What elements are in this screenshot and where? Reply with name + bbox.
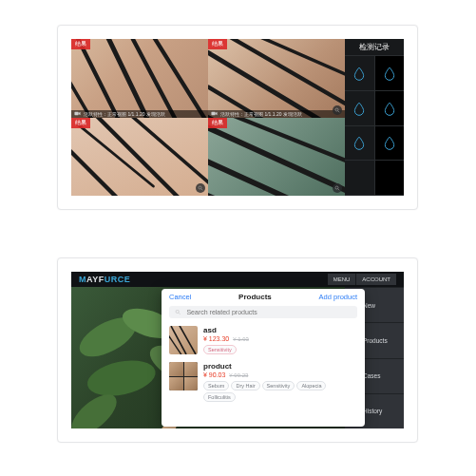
tag[interactable]: Sensitivity bbox=[203, 345, 237, 354]
tile-badge: 结果 bbox=[208, 39, 227, 49]
brand-m: M bbox=[79, 275, 86, 284]
cancel-button[interactable]: Cancel bbox=[169, 293, 191, 301]
hair-strands bbox=[71, 118, 208, 197]
price-old: ¥ 99.23 bbox=[229, 372, 248, 378]
svg-rect-6 bbox=[74, 112, 78, 115]
sidebar-title: 检测记录 bbox=[345, 39, 404, 56]
tool-slot-7[interactable] bbox=[345, 161, 375, 196]
scalp-quad-grid: 结果 活跃特性：正常视图 1/1.1.20 发现活跃 bbox=[71, 39, 345, 196]
price-old: ¥ 1.93 bbox=[233, 336, 249, 342]
svg-line-46 bbox=[179, 313, 181, 314]
tile-caption: 活跃特性：正常视图 1/1.1.20 发现活跃 bbox=[220, 111, 302, 117]
rail-label: Products bbox=[363, 337, 388, 344]
tool-droplet-6[interactable] bbox=[375, 126, 405, 162]
brand-logo: MAYFURCE bbox=[79, 275, 130, 284]
product-tags: Sebum Dry Hair Sensitivity Alopecia Foll… bbox=[203, 381, 357, 402]
tag[interactable]: Alopecia bbox=[296, 381, 326, 390]
tool-droplet-4[interactable] bbox=[375, 91, 405, 126]
rail-label: Cases bbox=[363, 372, 380, 379]
tag[interactable]: Sensitivity bbox=[262, 381, 295, 390]
zoom-button[interactable] bbox=[333, 183, 342, 193]
hair-strands bbox=[71, 39, 208, 118]
product-thumbnail bbox=[169, 362, 198, 390]
scalp-app: 结果 活跃特性：正常视图 1/1.1.20 发现活跃 bbox=[71, 39, 404, 196]
tag[interactable]: Dry Hair bbox=[231, 381, 259, 390]
mayfurce-app: MAYFURCE MENU ACCOUNT bbox=[71, 272, 404, 428]
zoom-button[interactable] bbox=[333, 105, 342, 115]
modal-header: Cancel Products Add product bbox=[162, 289, 365, 304]
price-value: ¥ 123.30 bbox=[203, 335, 229, 342]
tile-caption: 活跃特性：正常视图 1/1.1.20 发现活跃 bbox=[84, 111, 165, 117]
tool-droplet-2[interactable] bbox=[375, 56, 405, 91]
svg-point-28 bbox=[335, 186, 338, 189]
svg-line-48 bbox=[179, 326, 196, 354]
rail-label: History bbox=[363, 408, 382, 414]
svg-line-16 bbox=[71, 144, 181, 196]
hair-strands bbox=[208, 118, 345, 197]
tile-badge: 结果 bbox=[71, 118, 90, 128]
price-value: ¥ 90.03 bbox=[203, 371, 225, 378]
svg-point-21 bbox=[199, 186, 201, 189]
camera-icon bbox=[211, 111, 218, 116]
products-modal: Cancel Products Add product bbox=[162, 289, 365, 427]
svg-point-45 bbox=[176, 310, 179, 313]
product-price: ¥ 123.30 ¥ 1.93 bbox=[203, 335, 357, 342]
product-row[interactable]: product ¥ 90.03 ¥ 99.23 Sebum Dry Hair S… bbox=[169, 358, 357, 406]
product-thumbnail bbox=[169, 326, 198, 354]
modal-title: Products bbox=[191, 293, 318, 301]
svg-line-24 bbox=[208, 159, 345, 196]
product-tags: Sensitivity bbox=[203, 345, 357, 354]
scalp-tile-3[interactable]: 结果 bbox=[71, 118, 208, 197]
tool-droplet-5[interactable] bbox=[345, 126, 375, 162]
camera-icon bbox=[74, 111, 81, 116]
product-name: product bbox=[203, 362, 357, 371]
product-price: ¥ 90.03 ¥ 99.23 bbox=[203, 371, 357, 378]
screenshot-products-modal: MAYFURCE MENU ACCOUNT bbox=[57, 257, 418, 443]
hair-strands bbox=[208, 39, 345, 118]
tool-droplet-3[interactable] bbox=[345, 91, 375, 126]
product-list[interactable]: asd ¥ 123.30 ¥ 1.93 Sensitivity bbox=[162, 322, 365, 427]
tool-droplet-1[interactable] bbox=[345, 56, 375, 91]
zoom-button[interactable] bbox=[196, 183, 205, 193]
tile-badge: 结果 bbox=[208, 118, 227, 128]
add-product-button[interactable]: Add product bbox=[319, 293, 357, 301]
product-info: asd ¥ 123.30 ¥ 1.93 Sensitivity bbox=[203, 326, 357, 354]
scalp-tile-2[interactable]: 结果 活跃特性：正常视图 1/1.1.20 发现活跃 bbox=[208, 39, 345, 118]
scalp-sidebar: 检测记录 bbox=[345, 39, 404, 196]
product-info: product ¥ 90.03 ¥ 99.23 Sebum Dry Hair S… bbox=[203, 362, 357, 402]
scalp-tile-4[interactable]: 结果 bbox=[208, 118, 345, 197]
hair-strands bbox=[169, 326, 198, 354]
tool-slot-8[interactable] bbox=[375, 161, 405, 196]
product-name: asd bbox=[203, 326, 357, 334]
top-tabs: MENU ACCOUNT bbox=[328, 274, 396, 285]
svg-line-29 bbox=[338, 189, 340, 191]
tile-caption-bar: 活跃特性：正常视图 1/1.1.20 发现活跃 bbox=[208, 110, 345, 118]
top-tab-menu[interactable]: MENU bbox=[328, 274, 356, 285]
svg-point-32 bbox=[85, 355, 160, 402]
brand-suffix: URCE bbox=[105, 275, 131, 284]
svg-line-22 bbox=[201, 189, 203, 191]
product-row[interactable]: asd ¥ 123.30 ¥ 1.93 Sensitivity bbox=[169, 322, 357, 358]
search-input[interactable] bbox=[184, 308, 352, 316]
screenshot-scalp-analyzer: 结果 活跃特性：正常视图 1/1.1.20 发现活跃 bbox=[57, 25, 418, 210]
tile-badge: 结果 bbox=[71, 39, 90, 49]
svg-line-4 bbox=[153, 39, 208, 118]
top-tab-account[interactable]: ACCOUNT bbox=[355, 274, 396, 285]
search-box[interactable] bbox=[169, 306, 357, 318]
scalp-tile-1[interactable]: 结果 活跃特性：正常视图 1/1.1.20 发现活跃 bbox=[71, 39, 208, 118]
top-bar: MAYFURCE MENU ACCOUNT bbox=[71, 272, 404, 287]
tag[interactable]: Sebum bbox=[203, 381, 229, 390]
tile-caption-bar: 活跃特性：正常视图 1/1.1.20 发现活跃 bbox=[71, 110, 208, 118]
tag[interactable]: Folliculitis bbox=[203, 392, 236, 402]
search-icon bbox=[175, 309, 181, 315]
brand-mid: AYF bbox=[86, 275, 105, 284]
svg-rect-13 bbox=[211, 112, 215, 115]
svg-point-14 bbox=[335, 108, 338, 111]
svg-line-15 bbox=[338, 110, 340, 112]
